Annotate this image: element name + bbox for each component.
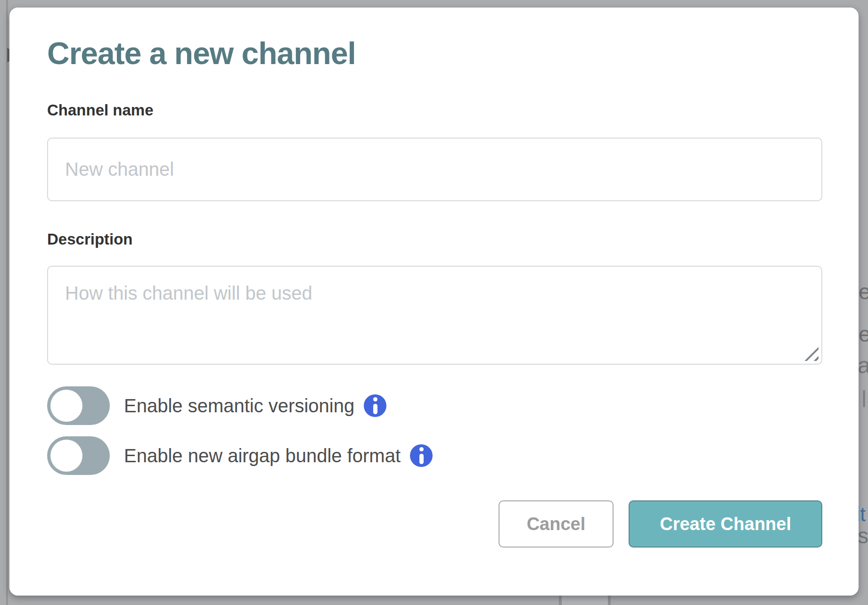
backdrop-seam [6,0,8,605]
info-icon[interactable] [364,394,386,417]
semantic-versioning-row: Enable semantic versioning [47,386,822,425]
info-icon-stem [373,404,377,414]
semantic-versioning-label: Enable semantic versioning [124,396,354,415]
backdrop-table-cell [562,596,608,605]
channel-name-label: Channel name [47,102,822,118]
info-icon-dot [373,397,377,401]
airgap-bundle-label: Enable new airgap bundle format [124,446,401,465]
airgap-bundle-row: Enable new airgap bundle format [47,436,822,475]
backdrop-text-fragment: a [858,352,868,378]
modal-footer: Cancel Create Channel [47,500,822,548]
description-label: Description [47,231,822,247]
semantic-versioning-toggle[interactable] [47,386,110,425]
backdrop-text-fragment: e [859,321,868,347]
airgap-bundle-toggle[interactable] [47,436,110,475]
backdrop-text-fragment: e [859,279,868,304]
description-textarea[interactable] [47,266,822,365]
toggle-knob [50,440,82,472]
channel-name-input[interactable] [47,138,822,201]
modal-title: Create a new channel [47,35,822,72]
create-channel-modal: Create a new channel Channel name Descri… [9,8,859,596]
backdrop-text-fragment: l [861,385,867,413]
cancel-button[interactable]: Cancel [499,500,614,548]
backdrop-table-divider [608,596,611,605]
create-channel-button[interactable]: Create Channel [629,500,822,548]
info-icon-dot [419,447,424,451]
backdrop-text-fragment: s [858,523,868,548]
info-icon[interactable] [410,444,433,467]
info-icon-stem [419,454,424,464]
toggle-knob [50,390,82,422]
